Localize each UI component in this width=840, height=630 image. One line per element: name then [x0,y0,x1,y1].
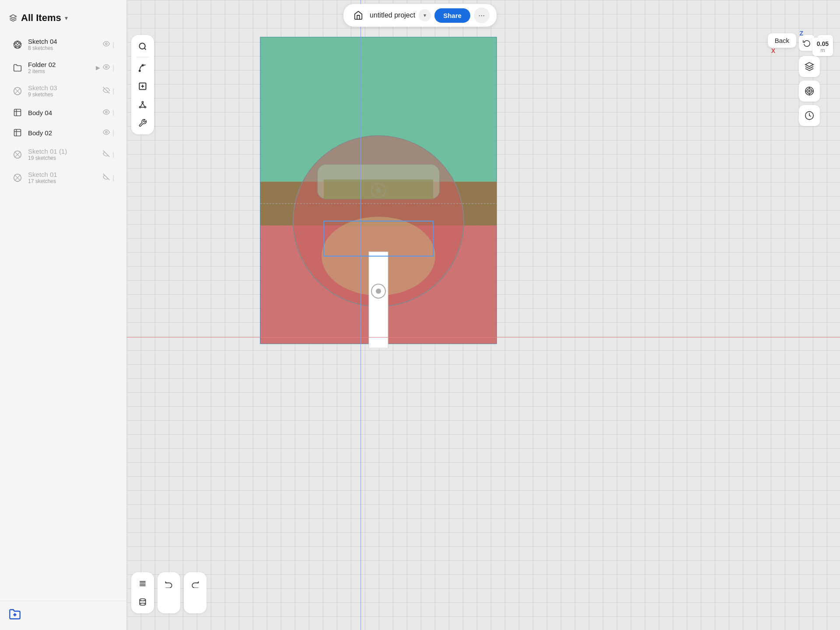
transform-tool-button[interactable] [134,96,151,113]
item-info-sketch01: Sketch 01 17 sketches [28,171,98,184]
toolbar-redo [184,572,206,613]
wrench-tool-button[interactable] [134,114,151,132]
toolbar-bottom-left [131,572,154,613]
svg-rect-54 [369,252,388,348]
undo-button[interactable] [160,575,178,592]
item-name-sketch03: Sketch 03 [28,84,98,92]
scale-unit: m [817,47,829,53]
clock-button[interactable] [799,105,820,126]
top-bar: untitled project ▾ Share ··· [0,0,840,31]
svg-line-36 [143,103,144,106]
svg-point-63 [807,89,812,94]
sketch-icon [12,39,23,50]
sidebar-item-sketch03[interactable]: Sketch 03 9 sketches | [4,80,123,102]
divider-sketch03: | [112,88,114,95]
3d-view-button[interactable] [799,56,820,77]
visibility-icon-sketch04[interactable] [103,40,110,49]
cylinder-tool-button[interactable] [134,593,151,611]
scale-indicator: 0.05 m [812,38,833,56]
item-info-sketch04: Sketch 04 8 sketches [28,38,98,51]
svg-line-35 [141,103,143,106]
svg-rect-10 [14,109,21,116]
target-button[interactable] [799,81,820,102]
svg-point-26 [139,70,140,71]
sketch-icon-01-1 [12,149,23,160]
sidebar-item-sketch01-1[interactable]: Sketch 01 (1) 19 sketches | [4,143,123,165]
project-dropdown-button[interactable]: ▾ [419,9,431,21]
item-sub-sketch01-1: 19 sketches [28,155,98,161]
x-axis-line [127,337,840,338]
body-icon-04 [12,107,23,118]
item-actions-sketch03: | [103,87,114,95]
sidebar-item-sketch01[interactable]: Sketch 01 17 sketches | [4,166,123,189]
item-actions-sketch04: | [103,40,114,49]
sidebar-item-sketch04[interactable]: Sketch 04 8 sketches | [4,33,123,56]
lines-tool-button[interactable] [134,575,151,592]
item-info-sketch03: Sketch 03 9 sketches [28,84,98,98]
visibility-icon-body02[interactable] [103,129,110,137]
item-actions-folder02: ▶ | [96,63,114,72]
project-name: untitled project [370,11,415,19]
item-sub-sketch01: 17 sketches [28,178,98,184]
item-sub-sketch03: 9 sketches [28,92,98,98]
visibility-icon-body04[interactable] [103,109,110,117]
item-sub-sketch04: 8 sketches [28,45,98,51]
item-actions-sketch01-1: | [103,150,114,158]
svg-point-24 [140,43,145,49]
svg-point-11 [105,111,107,113]
visibility-icon-folder02[interactable] [103,63,110,72]
x-axis-label: X [771,47,775,54]
divider-sketch01-1: | [112,151,114,158]
svg-point-34 [144,106,146,108]
sidebar: All Items ▾ Sketch 04 8 sketches [0,0,127,630]
sketch-icon-01 [12,172,23,183]
back-button[interactable]: Back [768,33,796,48]
hidden-icon-sketch01-1[interactable] [103,150,110,158]
sidebar-item-body04[interactable]: Body 04 | [4,103,123,122]
svg-point-45 [140,603,145,605]
scale-value: 0.05 [817,40,829,47]
item-info-folder02: Folder 02 2 items [28,61,91,74]
redo-button[interactable] [186,575,204,592]
sidebar-list: Sketch 04 8 sketches | [0,31,126,601]
arc-tool-button[interactable] [134,59,151,77]
hidden-icon-sketch03[interactable] [103,87,110,95]
svg-point-13 [105,131,107,133]
svg-point-33 [140,106,141,108]
sidebar-footer [0,601,126,630]
sidebar-item-body02[interactable]: Body 02 | [4,123,123,142]
main-layout: All Items ▾ Sketch 04 8 sketches [0,0,840,630]
item-info-body04: Body 04 [28,109,98,116]
item-actions-body04: | [103,109,114,117]
share-button[interactable]: Share [434,8,470,23]
item-name-body02: Body 02 [28,129,98,137]
main-drawing [256,33,501,348]
divider-folder02: | [112,64,114,71]
canvas-area[interactable]: Back 0.05 m Z X [127,0,840,630]
add-tool-button[interactable] [134,77,151,95]
search-tool-button[interactable] [134,38,151,55]
svg-rect-60 [324,179,433,199]
svg-rect-12 [14,130,21,136]
item-name-sketch04: Sketch 04 [28,38,98,45]
svg-point-42 [140,599,145,601]
item-info-body02: Body 02 [28,129,98,137]
sidebar-item-folder02[interactable]: Folder 02 2 items ▶ | [4,56,123,79]
item-actions-sketch01: | [103,173,114,182]
divider-body04: | [112,109,114,116]
folder-expand-icon[interactable]: ▶ [96,64,100,71]
hidden-icon-sketch01[interactable] [103,173,110,182]
item-name-sketch01-1: Sketch 01 (1) [28,148,98,155]
folder-icon [12,63,23,73]
divider-body02: | [112,129,114,136]
divider-sketch04: | [112,41,114,48]
home-button[interactable] [350,7,366,23]
svg-line-25 [144,48,146,50]
body-icon-02 [12,127,23,138]
open-folder-button[interactable] [9,608,118,623]
item-name-folder02: Folder 02 [28,61,91,68]
svg-point-58 [376,289,381,294]
toolbar-undo [158,572,180,613]
more-options-button[interactable]: ··· [474,7,490,23]
item-sub-folder02: 2 items [28,68,91,74]
